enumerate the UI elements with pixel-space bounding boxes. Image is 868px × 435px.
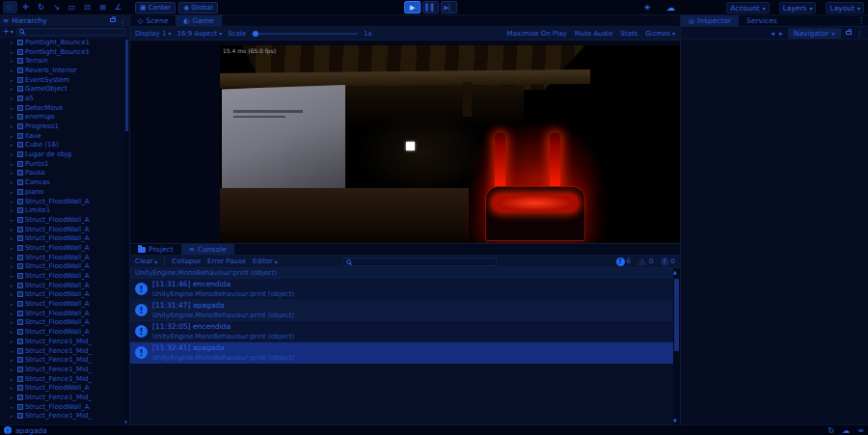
expand-arrow-icon[interactable] <box>11 77 15 83</box>
hierarchy-item[interactable]: Struct_FloodWall_A <box>0 262 124 272</box>
expand-arrow-icon[interactable] <box>11 404 15 410</box>
aspect-dropdown[interactable]: 16:9 Aspect <box>177 30 223 38</box>
expand-arrow-icon[interactable] <box>11 105 15 111</box>
hierarchy-item[interactable]: Struct_FloodWall_A <box>0 271 124 281</box>
hierarchy-item[interactable]: Pausa <box>0 169 124 178</box>
expand-arrow-icon[interactable] <box>11 245 15 251</box>
expand-arrow-icon[interactable] <box>11 273 15 279</box>
gizmos-dropdown[interactable]: Gizmos <box>645 30 675 38</box>
tab-navigator[interactable]: Navigator <box>788 28 841 39</box>
hierarchy-item[interactable]: Struct_FloodWall_A <box>0 327 124 337</box>
info-count-badge[interactable]: 6 <box>616 258 631 266</box>
refresh-icon[interactable] <box>828 426 835 435</box>
expand-arrow-icon[interactable] <box>11 86 15 92</box>
hierarchy-item[interactable]: piano <box>0 187 124 197</box>
activity-icon[interactable] <box>643 3 651 13</box>
log-entry[interactable]: UnityEngine.MonoBehaviour:print (object) <box>130 268 673 279</box>
expand-arrow-icon[interactable] <box>11 68 15 73</box>
warning-count-badge[interactable]: 0 <box>637 258 653 265</box>
lock-icon[interactable] <box>846 31 852 35</box>
cloud-icon[interactable] <box>666 3 675 13</box>
expand-arrow-icon[interactable] <box>11 357 15 363</box>
create-object-button[interactable]: + <box>3 27 14 36</box>
log-entry[interactable]: [11:32:41] apagada UnityEngine.MonoBehav… <box>130 342 673 364</box>
hierarchy-item[interactable]: Reverb_Interior <box>0 66 124 75</box>
status-message[interactable]: apagada <box>15 426 47 435</box>
expand-arrow-icon[interactable] <box>11 291 15 297</box>
error-count-badge[interactable]: 0 <box>661 258 675 266</box>
lock-icon[interactable] <box>110 18 116 22</box>
expand-arrow-icon[interactable] <box>11 413 15 419</box>
log-entry[interactable]: [11:32:05] encendida UnityEngine.MonoBeh… <box>130 321 673 342</box>
scrollbar-thumb[interactable] <box>125 40 128 131</box>
console-search-input[interactable] <box>342 258 497 266</box>
expand-arrow-icon[interactable] <box>11 394 15 400</box>
hierarchy-item[interactable]: Struct_FloodWall_A <box>0 197 124 206</box>
transform-tool-icon[interactable]: ⊡ <box>80 1 95 14</box>
expand-arrow-icon[interactable] <box>11 151 15 157</box>
play-button[interactable]: ▶ <box>404 1 420 14</box>
expand-arrow-icon[interactable] <box>11 114 15 120</box>
hierarchy-item[interactable]: llave <box>0 131 124 141</box>
expand-arrow-icon[interactable] <box>11 329 15 335</box>
hierarchy-item[interactable]: Struct_Fence1_Mid_ <box>0 365 124 374</box>
hierarchy-item[interactable]: Struct_FloodWall_A <box>0 290 124 300</box>
hierarchy-item[interactable]: Struct_FloodWall_A <box>0 253 124 262</box>
nav-forward-icon[interactable] <box>779 29 783 38</box>
hierarchy-item[interactable]: DetecMove <box>0 103 124 113</box>
log-entry[interactable]: [11:31:47] apagada UnityEngine.MonoBehav… <box>130 300 673 321</box>
expand-arrow-icon[interactable] <box>11 199 15 204</box>
expand-arrow-icon[interactable] <box>11 142 15 148</box>
space-toggle-button[interactable]: Global <box>178 2 217 14</box>
expand-arrow-icon[interactable] <box>11 58 15 64</box>
collapse-toggle[interactable]: Collapse <box>172 258 201 265</box>
expand-arrow-icon[interactable] <box>11 255 15 260</box>
hierarchy-item[interactable]: Struct_FloodWall_A <box>0 402 124 412</box>
scrollbar-thumb[interactable] <box>674 279 679 351</box>
scale-slider-knob[interactable] <box>253 31 258 37</box>
hierarchy-item[interactable]: Struct_FloodWall_A <box>0 383 124 393</box>
stats-toggle[interactable]: Stats <box>620 30 637 38</box>
rect-tool-icon[interactable]: ▭ <box>65 1 79 14</box>
hierarchy-item[interactable]: Struct_FloodWall_A <box>0 215 124 225</box>
mute-audio-toggle[interactable]: Mute Audio <box>575 30 613 38</box>
tab-inspector[interactable]: Inspector <box>681 15 739 26</box>
expand-arrow-icon[interactable] <box>11 319 15 325</box>
hierarchy-item[interactable]: Struct_FloodWall_A <box>0 318 124 328</box>
scale-tool-icon[interactable]: ↘ <box>49 1 64 14</box>
expand-arrow-icon[interactable] <box>11 49 15 55</box>
expand-arrow-icon[interactable] <box>11 189 15 195</box>
hierarchy-item[interactable]: Pointlight_Bounce1 <box>0 47 124 57</box>
tab-scene[interactable]: Scene <box>130 15 176 26</box>
console-toggle-icon[interactable] <box>857 426 864 435</box>
hierarchy-item[interactable]: Struct_Fence1_Mid_ <box>0 374 124 384</box>
hierarchy-item[interactable]: EventSystem <box>0 75 124 85</box>
clear-button[interactable]: Clear <box>135 258 157 265</box>
expand-arrow-icon[interactable] <box>11 217 15 223</box>
expand-arrow-icon[interactable] <box>11 40 15 45</box>
move-tool-icon[interactable]: ✛ <box>18 1 33 14</box>
hierarchy-item[interactable]: Limite1 <box>0 205 124 215</box>
cloud-icon[interactable] <box>842 426 850 435</box>
tab-project[interactable]: Project <box>130 244 181 255</box>
scroll-down-icon[interactable] <box>673 418 677 423</box>
tab-services[interactable]: Services <box>739 15 785 26</box>
hierarchy-item[interactable]: Struct_FloodWall_A <box>0 309 124 318</box>
rotate-tool-icon[interactable]: ↻ <box>34 1 48 14</box>
expand-arrow-icon[interactable] <box>11 161 15 167</box>
game-viewport[interactable]: 15.4 ms (65.0 fps) <box>130 41 680 243</box>
hierarchy-scrollbar[interactable] <box>124 38 129 424</box>
nav-back-icon[interactable] <box>771 29 774 38</box>
expand-arrow-icon[interactable] <box>11 376 15 382</box>
tab-console[interactable]: Console <box>181 244 234 255</box>
context-menu-icon[interactable] <box>120 16 127 25</box>
hierarchy-item[interactable]: Struct_FloodWall_A <box>0 233 124 243</box>
hierarchy-item[interactable]: enemigo <box>0 113 124 122</box>
hierarchy-item[interactable]: Canvas <box>0 177 124 187</box>
scale-slider[interactable] <box>252 33 358 35</box>
hierarchy-item[interactable]: Lugar de objg <box>0 150 124 159</box>
hierarchy-item[interactable]: Struct_FloodWall_A <box>0 299 124 309</box>
hierarchy-item[interactable]: Punto1 <box>0 159 124 169</box>
expand-arrow-icon[interactable] <box>11 170 15 176</box>
layers-dropdown[interactable]: Layers <box>779 2 817 14</box>
